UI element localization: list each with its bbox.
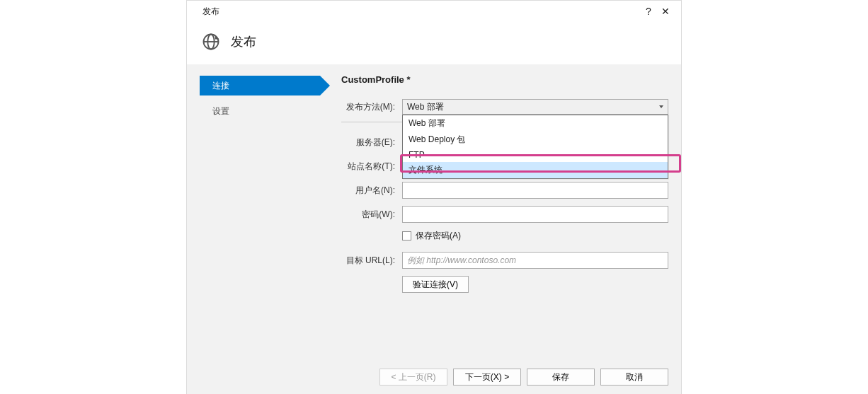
close-icon[interactable]: ✕: [657, 6, 674, 17]
validate-button[interactable]: 验证连接(V): [402, 276, 469, 293]
publish-method-select[interactable]: Web 部署: [402, 99, 668, 115]
help-icon[interactable]: ?: [640, 6, 657, 17]
dialog-body: 连接 设置 CustomProfile * 发布方法(M): Web 部署 We…: [187, 64, 681, 394]
titlebar: 发布 ? ✕: [187, 1, 681, 22]
option-web-deploy-pkg[interactable]: Web Deploy 包: [403, 132, 668, 148]
dialog-footer: < 上一页(R) 下一页(X) > 保存 取消: [200, 352, 668, 386]
publish-method-selected: Web 部署: [407, 101, 444, 113]
sidebar-item-label: 设置: [212, 105, 229, 117]
dest-url-input[interactable]: [402, 252, 668, 269]
dialog-title: 发布: [202, 6, 640, 18]
sidebar-item-settings[interactable]: 设置: [200, 101, 320, 121]
row-user: 用户名(N):: [341, 182, 668, 199]
label-site: 站点名称(T):: [341, 161, 402, 173]
option-web-deploy[interactable]: Web 部署: [403, 115, 668, 132]
cancel-button[interactable]: 取消: [600, 369, 668, 386]
profile-name: CustomProfile *: [341, 74, 668, 85]
row-dest-url: 目标 URL(L):: [341, 252, 668, 269]
publish-form: CustomProfile * 发布方法(M): Web 部署 Web 部署 W…: [320, 74, 668, 352]
save-pass-checkbox[interactable]: [402, 231, 411, 241]
sidebar-item-label: 连接: [212, 80, 229, 92]
label-user: 用户名(N):: [341, 185, 402, 197]
label-server: 服务器(E):: [341, 137, 402, 149]
user-input[interactable]: [402, 182, 668, 199]
label-pass: 密码(W):: [341, 209, 402, 221]
globe-icon: [201, 32, 221, 52]
dialog-header: 发布: [187, 22, 681, 64]
label-publish-method: 发布方法(M):: [341, 101, 402, 113]
row-validate: 验证连接(V): [341, 276, 668, 293]
option-file-system[interactable]: 文件系统: [403, 162, 668, 178]
pass-input[interactable]: [402, 206, 668, 223]
save-button[interactable]: 保存: [527, 369, 595, 386]
wizard-sidebar: 连接 设置: [200, 74, 320, 352]
row-save-pass: 保存密码(A): [341, 230, 668, 242]
save-pass-label: 保存密码(A): [416, 230, 461, 242]
publish-dialog: 发布 ? ✕ 发布 连接 设置 Custo: [186, 0, 682, 394]
row-publish-method: 发布方法(M): Web 部署 Web 部署 Web Deploy 包 FTP …: [341, 99, 668, 115]
header-title: 发布: [231, 33, 256, 50]
label-dest-url: 目标 URL(L):: [341, 255, 402, 267]
prev-button[interactable]: < 上一页(R): [379, 369, 447, 386]
row-pass: 密码(W):: [341, 206, 668, 223]
option-ftp[interactable]: FTP: [403, 148, 668, 162]
publish-method-dropdown: Web 部署 Web Deploy 包 FTP 文件系统: [402, 115, 668, 179]
sidebar-item-connection[interactable]: 连接: [200, 76, 320, 95]
next-button[interactable]: 下一页(X) >: [453, 369, 521, 386]
